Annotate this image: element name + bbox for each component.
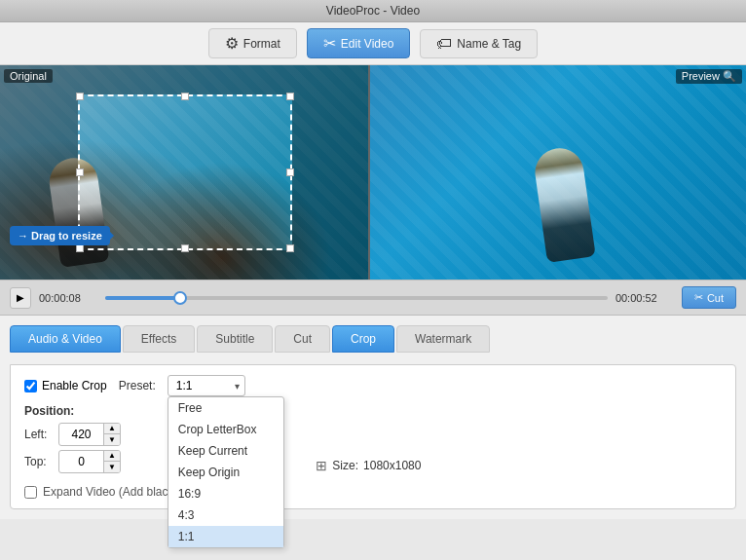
enable-crop-checkbox[interactable]: [24, 380, 37, 392]
play-button[interactable]: ▶: [10, 287, 31, 309]
cut-button[interactable]: ✂ Cut: [682, 286, 736, 309]
dropdown-item-free[interactable]: Free: [168, 397, 283, 419]
edit-video-label: Edit Video: [341, 37, 394, 51]
preset-dropdown-menu: Free Crop LetterBox Keep Current Keep Or…: [168, 396, 284, 548]
size-display: ⊞ Size: 1080x1080: [316, 458, 421, 473]
tab-crop[interactable]: Crop: [332, 325, 394, 353]
title-bar: VideoProc - Video: [0, 0, 746, 22]
dropdown-item-crop-letterbox[interactable]: Crop LetterBox: [168, 419, 283, 440]
top-spin-btns: ▲ ▼: [103, 451, 120, 472]
preset-dropdown[interactable]: 1:1 ▾: [168, 375, 245, 396]
top-spin-up[interactable]: ▲: [104, 451, 120, 462]
size-label: Size:: [332, 459, 358, 472]
expand-row: Expand Video (Add black pa the video): [24, 485, 722, 499]
tab-bar: Audio & Video Effects Subtitle Cut Crop …: [10, 325, 736, 353]
bottom-panel: Audio & Video Effects Subtitle Cut Crop …: [0, 316, 746, 519]
format-icon: ⚙: [225, 34, 239, 53]
crop-handle-rm[interactable]: [286, 168, 294, 176]
video-area: Original Preview 🔍 → Drag to resize: [0, 65, 746, 280]
tab-subtitle[interactable]: Subtitle: [197, 325, 273, 353]
left-label: Left:: [24, 428, 54, 441]
top-field-row: Top: ▲ ▼: [24, 450, 121, 473]
expand-video-checkbox[interactable]: [24, 486, 37, 499]
top-input-wrap: ▲ ▼: [58, 450, 121, 473]
app-title: VideoProc - Video: [326, 4, 420, 18]
size-value: 1080x1080: [363, 459, 421, 472]
position-label: Position:: [24, 404, 121, 418]
dropdown-item-keep-current[interactable]: Keep Current: [168, 440, 283, 462]
top-label: Top:: [24, 455, 54, 468]
left-spin-btns: ▲ ▼: [103, 424, 120, 445]
original-video-panel: → Drag to resize: [0, 65, 370, 280]
dropdown-item-4-3[interactable]: 4:3: [168, 504, 283, 526]
tab-cut[interactable]: Cut: [275, 325, 330, 353]
edit-video-button[interactable]: ✂ Edit Video: [307, 28, 411, 58]
left-spin-down[interactable]: ▼: [104, 434, 120, 445]
crop-handle-tm[interactable]: [181, 93, 189, 100]
scrubber-fill: [105, 296, 180, 300]
dropdown-item-16-9[interactable]: 16:9: [168, 483, 283, 504]
tab-watermark[interactable]: Watermark: [396, 325, 490, 353]
scrubber[interactable]: [105, 291, 608, 305]
left-input[interactable]: [59, 426, 103, 443]
preview-video-panel: [370, 65, 746, 280]
name-tag-icon: 🏷: [436, 35, 452, 53]
left-field-row: Left: ▲ ▼: [24, 423, 121, 446]
top-input[interactable]: [59, 453, 103, 470]
crop-overlay[interactable]: [78, 94, 292, 250]
name-tag-label: Name & Tag: [457, 37, 521, 51]
end-time: 00:00:52: [615, 292, 674, 304]
tab-audio-video[interactable]: Audio & Video: [10, 325, 121, 353]
crop-handle-bl[interactable]: [76, 244, 84, 252]
crop-handle-tr[interactable]: [286, 93, 294, 100]
top-spin-down[interactable]: ▼: [104, 462, 120, 472]
crop-handle-tl[interactable]: [76, 93, 84, 100]
format-button[interactable]: ⚙ Format: [208, 28, 297, 58]
scrubber-track: [105, 296, 608, 300]
enable-crop-label[interactable]: Enable Crop: [24, 379, 107, 392]
format-label: Format: [243, 37, 280, 51]
preset-value: 1:1: [176, 379, 193, 392]
original-label: Original: [4, 69, 53, 83]
size-icon: ⊞: [316, 458, 327, 473]
drag-to-resize-badge: → Drag to resize: [10, 226, 110, 245]
left-spin-up[interactable]: ▲: [104, 424, 120, 434]
top-nav: ⚙ Format ✂ Edit Video 🏷 Name & Tag: [0, 22, 746, 65]
preview-label: Preview 🔍: [676, 69, 742, 84]
crop-tab-content: Enable Crop Preset: 1:1 ▾ Free Crop Lett…: [10, 364, 736, 509]
chevron-down-icon: ▾: [235, 381, 240, 392]
position-left-group: Position: Left: ▲ ▼ Top:: [24, 404, 121, 477]
dropdown-item-keep-origin[interactable]: Keep Origin: [168, 462, 283, 483]
edit-video-icon: ✂: [323, 34, 336, 53]
drag-arrow-icon: →: [18, 230, 28, 242]
tab-effects[interactable]: Effects: [123, 325, 195, 353]
position-section: Position: Left: ▲ ▼ Top:: [24, 404, 722, 477]
preset-select-wrapper: 1:1 ▾ Free Crop LetterBox Keep Current K…: [168, 375, 245, 396]
crop-handle-bm[interactable]: [181, 244, 189, 252]
dropdown-item-1-1[interactable]: 1:1: [168, 526, 283, 547]
start-time: 00:00:08: [39, 292, 97, 304]
drag-to-resize-label: Drag to resize: [31, 230, 102, 242]
crop-handle-lm[interactable]: [76, 168, 84, 176]
preset-label-text: Preset:: [119, 379, 156, 392]
timeline: ▶ 00:00:08 00:00:52 ✂ Cut: [0, 280, 746, 316]
left-input-wrap: ▲ ▼: [58, 423, 121, 446]
scissors-icon: ✂: [694, 291, 703, 304]
enable-crop-text: Enable Crop: [42, 379, 107, 392]
crop-handle-br[interactable]: [286, 244, 294, 252]
scrubber-thumb[interactable]: [173, 291, 187, 305]
cut-label: Cut: [707, 292, 724, 304]
name-tag-button[interactable]: 🏷 Name & Tag: [420, 29, 538, 58]
crop-row1: Enable Crop Preset: 1:1 ▾ Free Crop Lett…: [24, 375, 722, 396]
